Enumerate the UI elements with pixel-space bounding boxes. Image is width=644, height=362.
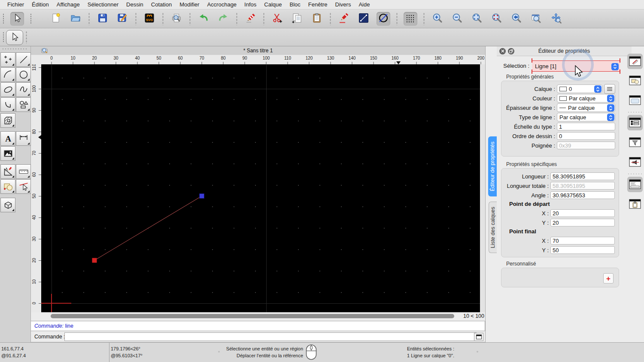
toolbar-grip[interactable] xyxy=(3,32,4,43)
property-input[interactable] xyxy=(550,237,615,244)
property-combobox[interactable]: Par calque xyxy=(557,94,615,103)
menu-accrochage[interactable]: Accrochage xyxy=(203,0,240,9)
v-ruler-label: 100 xyxy=(32,85,36,93)
tool-line-button[interactable] xyxy=(16,52,31,67)
menu-calque[interactable]: Calque xyxy=(260,0,286,9)
tool-shapes-button[interactable] xyxy=(16,97,31,112)
tool-measure-button[interactable] xyxy=(0,164,15,179)
menu-modifier[interactable]: Modifier xyxy=(176,0,203,9)
property-combobox[interactable]: Par calque xyxy=(557,113,615,121)
property-combobox[interactable]: Par calque xyxy=(557,103,615,112)
document-tab-bar[interactable]: * Sans titre 1 xyxy=(31,46,485,55)
zoom-out-button[interactable] xyxy=(450,12,464,26)
tool-select-entity-button[interactable] xyxy=(16,179,31,194)
save-button[interactable] xyxy=(96,12,109,26)
tool-ellipse-button[interactable] xyxy=(0,82,15,97)
tab-property-editor[interactable]: Éditeur de propriétés xyxy=(488,136,497,196)
tool-block-button[interactable] xyxy=(0,179,15,194)
menu-affichage[interactable]: Affichage xyxy=(53,0,84,9)
paste-button[interactable] xyxy=(310,12,324,26)
save-as-button[interactable] xyxy=(115,12,129,26)
menu-fenetre[interactable]: Fenêtre xyxy=(304,0,331,9)
add-custom-property-button[interactable]: + xyxy=(603,273,614,284)
tool-cube-button[interactable] xyxy=(0,198,15,212)
zoom-redraw-button[interactable] xyxy=(510,12,523,26)
delete-button[interactable] xyxy=(243,12,257,26)
new-file-button[interactable] xyxy=(49,12,63,26)
property-input[interactable] xyxy=(550,246,615,254)
menu-bloc[interactable]: Bloc xyxy=(286,0,304,9)
drawing-canvas[interactable] xyxy=(41,64,480,312)
stepper-icon[interactable] xyxy=(611,63,619,70)
property-label: Longueur : xyxy=(505,173,550,180)
menu-selectionner[interactable]: Sélectionner xyxy=(84,0,122,9)
dock-command-window-icon[interactable] xyxy=(627,177,643,192)
property-combobox[interactable]: 0 xyxy=(557,84,602,93)
property-input[interactable] xyxy=(557,132,615,140)
select-arrow-button[interactable] xyxy=(6,30,23,45)
property-input[interactable] xyxy=(550,191,615,199)
property-input[interactable] xyxy=(550,209,615,217)
tool-hatch-button[interactable] xyxy=(0,113,15,128)
tool-ruler-button[interactable] xyxy=(16,164,31,179)
tool-dimension-button[interactable] xyxy=(16,131,31,146)
mouse-cursor xyxy=(574,65,584,80)
tool-image-button[interactable] xyxy=(0,146,15,161)
property-input[interactable] xyxy=(550,172,615,180)
tool-circle-button[interactable] xyxy=(16,67,31,82)
undo-button[interactable] xyxy=(197,12,210,26)
zoom-pan-button[interactable] xyxy=(549,12,563,26)
zoom-previous-button[interactable] xyxy=(490,12,504,26)
tool-arc-button[interactable] xyxy=(0,67,15,82)
tool-spline-button[interactable] xyxy=(16,82,31,97)
redo-button[interactable] xyxy=(216,12,230,26)
menu-aide[interactable]: Aide xyxy=(355,0,374,9)
command-input[interactable] xyxy=(64,332,477,341)
toolbar-grip[interactable] xyxy=(3,13,4,24)
select-tool-button[interactable] xyxy=(10,12,24,26)
dock-entity-list-window-icon[interactable] xyxy=(627,115,643,130)
cut-button[interactable] xyxy=(270,12,284,26)
grid-toggle-button[interactable] xyxy=(404,12,417,26)
stepper-icon[interactable] xyxy=(607,104,614,112)
zoom-in-button[interactable] xyxy=(431,12,444,26)
zoom-window-button[interactable] xyxy=(529,12,543,26)
draft-mode-button[interactable] xyxy=(377,12,390,26)
line-icon-button[interactable] xyxy=(357,12,371,26)
tool-points-button[interactable] xyxy=(0,52,15,67)
h-ruler-label: 120 xyxy=(306,56,313,60)
pen-button[interactable] xyxy=(337,12,351,26)
h-scrollbar-thumb[interactable] xyxy=(51,314,454,318)
dock-filter-window-icon[interactable] xyxy=(627,135,643,150)
svg-export-button[interactable]: SVG xyxy=(143,12,156,26)
menu-dessin[interactable]: Dessin xyxy=(122,0,147,9)
copy-button[interactable] xyxy=(290,12,304,26)
stepper-icon[interactable] xyxy=(594,85,601,93)
dock-library-window-icon[interactable] xyxy=(627,93,643,108)
menu-edition[interactable]: Édition xyxy=(28,0,53,9)
dock-clipboard-window-icon[interactable] xyxy=(627,196,643,212)
print-preview-button[interactable] xyxy=(170,12,183,26)
tool-text-button[interactable]: A xyxy=(0,131,15,146)
menu-divers[interactable]: Divers xyxy=(331,0,355,9)
v-scrollbar-track[interactable] xyxy=(480,64,485,312)
tab-layer-list[interactable]: Liste des calques xyxy=(489,202,497,253)
menu-fichier[interactable]: Fichier xyxy=(3,0,28,9)
dock-explode-window-icon[interactable] xyxy=(627,154,643,170)
tool-polyline-button[interactable] xyxy=(0,97,15,112)
console-toggle-button[interactable] xyxy=(474,333,483,341)
menu-cotation[interactable]: Cotation xyxy=(147,0,176,9)
dock-pen-window-icon[interactable] xyxy=(627,54,643,69)
stepper-icon[interactable] xyxy=(607,114,614,121)
layer-menu-button[interactable] xyxy=(604,84,615,94)
property-input[interactable] xyxy=(550,219,615,226)
dock-block-window-icon[interactable] xyxy=(627,73,643,88)
stepper-icon[interactable] xyxy=(607,95,614,102)
main-toolbar: SVG xyxy=(0,9,644,28)
menu-infos[interactable]: Infos xyxy=(240,0,260,9)
open-file-button[interactable] xyxy=(69,12,82,26)
palette-grip[interactable] xyxy=(2,48,28,50)
property-input[interactable] xyxy=(557,123,615,130)
zoom-auto-button[interactable] xyxy=(470,12,484,26)
toolbar-grip[interactable] xyxy=(30,13,32,24)
